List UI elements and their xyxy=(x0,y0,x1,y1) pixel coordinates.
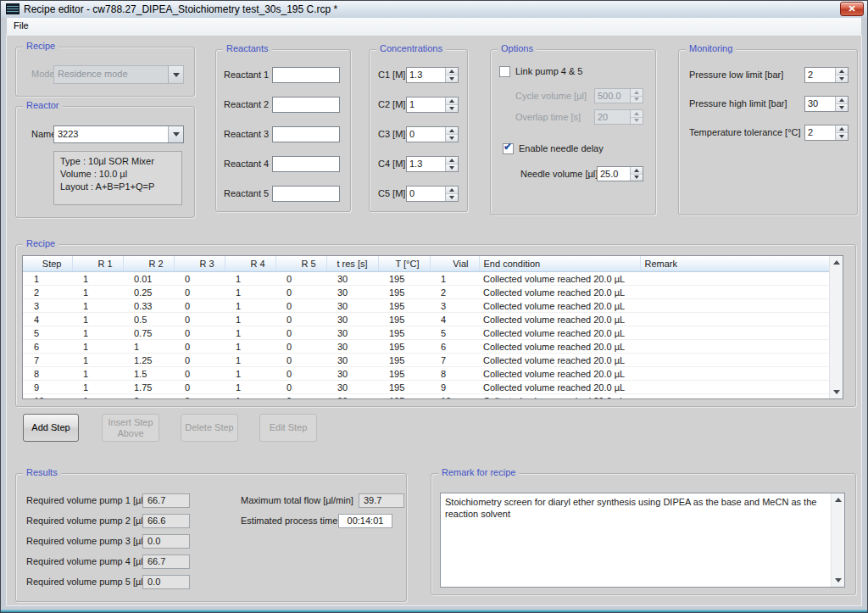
link-pump-checkbox[interactable]: ✔ xyxy=(499,66,510,77)
table-row[interactable]: 10120103019510Collected volume reached 2… xyxy=(23,394,831,400)
pressure-high-label: Pressure high limit [bar] xyxy=(689,98,787,109)
c2-label: C2 [M] xyxy=(378,99,405,109)
chevron-down-icon[interactable] xyxy=(631,175,643,181)
col-r3[interactable]: R 3 xyxy=(174,256,225,272)
c1-spinner[interactable]: 1.3 xyxy=(406,67,459,83)
chevron-down-icon[interactable] xyxy=(836,104,848,111)
table-cell: Collected volume reached 20.0 µL xyxy=(479,381,640,394)
scroll-down-icon[interactable] xyxy=(830,386,843,398)
c4-spinner[interactable]: 1.3 xyxy=(406,156,459,172)
table-row[interactable]: 611010301956Collected volume reached 20.… xyxy=(23,340,831,354)
chevron-down-icon[interactable] xyxy=(446,135,458,142)
reactant-3-label: Reactant 3 xyxy=(224,129,269,139)
table-cell: 0 xyxy=(174,394,225,400)
table-cell: Collected volume reached 20.0 µL xyxy=(479,326,640,340)
reactant-2-input[interactable] xyxy=(272,97,340,113)
table-row[interactable]: 410.5010301954Collected volume reached 2… xyxy=(23,313,831,326)
reactant-4-input[interactable] xyxy=(272,156,340,172)
cycle-volume-value: 500.0 xyxy=(595,89,630,103)
reactant-3-input[interactable] xyxy=(272,126,340,142)
table-row[interactable]: 711.25010301957Collected volume reached … xyxy=(23,354,831,367)
chevron-up-icon[interactable] xyxy=(446,187,458,194)
chevron-up-icon[interactable] xyxy=(446,98,458,105)
pressure-high-spinner[interactable]: 30 xyxy=(804,96,849,112)
table-row[interactable]: 210.25010301952Collected volume reached … xyxy=(23,286,831,299)
table-cell xyxy=(640,326,831,340)
chevron-up-icon[interactable] xyxy=(836,97,848,104)
needle-delay-checkbox[interactable]: ✔ xyxy=(503,143,514,154)
chevron-up-icon[interactable] xyxy=(631,167,643,175)
chevron-up-icon[interactable] xyxy=(446,127,458,135)
col-vial[interactable]: Vial xyxy=(430,256,479,272)
table-row[interactable]: 811.5010301958Collected volume reached 2… xyxy=(23,367,831,381)
chevron-down-icon[interactable] xyxy=(168,126,183,142)
needle-delay-label: Enable needle delay xyxy=(519,143,604,153)
recipe-steps-group: Recipe Step R 1 R 2 R 3 R 4 xyxy=(15,244,856,407)
steps-grid: Step R 1 R 2 R 3 R 4 R 5 t res [s] T [°C… xyxy=(23,256,832,399)
remark-scrollbar[interactable] xyxy=(831,493,844,587)
titlebar[interactable]: Recipe editor - cw788.27_DIPEA_Stoichiom… xyxy=(1,1,867,18)
pressure-low-label: Pressure low limit [bar] xyxy=(689,70,783,80)
c5-spinner[interactable]: 0 xyxy=(406,186,459,202)
table-cell xyxy=(640,354,831,367)
col-end-condition[interactable]: End condition xyxy=(479,256,640,272)
c2-spinner[interactable]: 1 xyxy=(406,97,459,113)
col-step[interactable]: Step xyxy=(23,256,72,272)
chevron-down-icon[interactable] xyxy=(446,105,458,112)
overlap-time-label: Overlap time [s] xyxy=(515,112,581,122)
table-cell: 0 xyxy=(174,367,225,381)
chevron-down-icon[interactable] xyxy=(836,133,848,140)
reactant-5-input[interactable] xyxy=(272,186,340,202)
checkmark-icon: ✔ xyxy=(504,141,512,153)
chevron-up-icon[interactable] xyxy=(446,157,458,164)
col-tres[interactable]: t res [s] xyxy=(326,256,378,272)
reactant-1-input[interactable] xyxy=(272,67,340,83)
table-cell: 1 xyxy=(72,354,123,367)
scroll-up-icon[interactable] xyxy=(830,256,843,269)
chevron-up-icon[interactable] xyxy=(446,68,458,75)
table-cell: Collected volume reached 20.0 µL xyxy=(479,272,640,286)
table-row[interactable]: 911.75010301959Collected volume reached … xyxy=(23,381,831,394)
c3-spinner[interactable]: 0 xyxy=(406,126,459,142)
menubar: File xyxy=(7,18,861,36)
table-cell: 1 xyxy=(72,313,123,326)
table-cell: 0 xyxy=(174,286,225,299)
chevron-down-icon[interactable] xyxy=(446,194,458,201)
scroll-up-icon[interactable] xyxy=(832,493,844,506)
needle-volume-spinner[interactable]: 25.0 xyxy=(597,166,643,181)
col-remark[interactable]: Remark xyxy=(640,256,831,272)
scroll-down-icon[interactable] xyxy=(832,574,844,587)
max-flow-value: 39.7 xyxy=(359,493,404,508)
pressure-low-spinner[interactable]: 2 xyxy=(804,67,849,83)
table-row[interactable]: 310.33010301953Collected volume reached … xyxy=(23,299,831,313)
add-step-button[interactable]: Add Step xyxy=(23,414,79,442)
temperature-tolerance-spinner[interactable]: 2 xyxy=(804,125,849,141)
col-r1[interactable]: R 1 xyxy=(72,256,123,272)
close-button[interactable]: ✕ xyxy=(840,2,864,16)
table-row[interactable]: 110.01010301951Collected volume reached … xyxy=(23,272,831,286)
table-cell: 1 xyxy=(225,286,275,299)
remark-textarea[interactable]: Stoichiometry screen for diaryl ether sy… xyxy=(441,493,831,587)
col-temperature[interactable]: T [°C] xyxy=(378,256,430,272)
col-r2[interactable]: R 2 xyxy=(123,256,174,272)
table-row[interactable]: 510.75010301955Collected volume reached … xyxy=(23,326,831,340)
table-cell: 8 xyxy=(23,367,72,381)
chevron-down-icon[interactable] xyxy=(836,75,848,82)
chevron-down-icon[interactable] xyxy=(446,75,458,82)
pressure-low-value: 2 xyxy=(805,68,835,82)
col-r5[interactable]: R 5 xyxy=(275,256,326,272)
menu-file[interactable]: File xyxy=(7,18,36,33)
col-r4[interactable]: R 4 xyxy=(225,256,275,272)
table-cell: 1 xyxy=(72,272,123,286)
chevron-up-icon[interactable] xyxy=(836,68,848,75)
table-cell: 1.25 xyxy=(123,354,174,367)
chevron-down-icon[interactable] xyxy=(446,164,458,171)
edit-step-button: Edit Step xyxy=(259,414,317,442)
table-cell: 0 xyxy=(275,381,326,394)
pump-5-value: 0.0 xyxy=(142,575,190,589)
steps-scrollbar[interactable] xyxy=(829,256,843,398)
table-cell: 195 xyxy=(378,394,430,400)
table-cell: 195 xyxy=(378,313,430,326)
chevron-up-icon[interactable] xyxy=(836,125,848,133)
reactor-name-combobox[interactable]: 3223 xyxy=(53,125,184,143)
